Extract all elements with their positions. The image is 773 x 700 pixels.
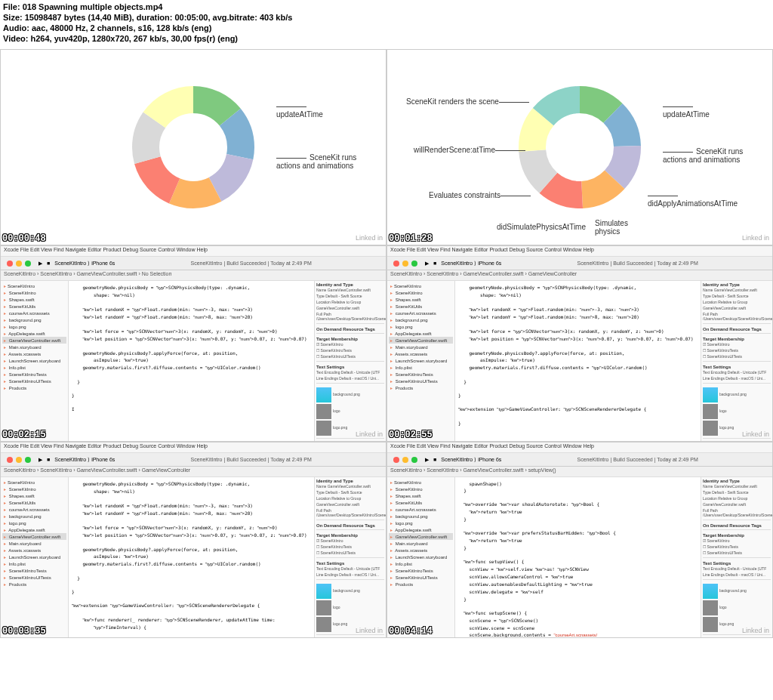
toolbar[interactable]: ▶■ SceneKitIntro ⟩ iPhone 6s SceneKitInt… [387, 257, 772, 270]
nav-item[interactable]: ▸ SceneKitIntroUITests [2, 574, 66, 581]
nav-item[interactable]: ▸ SceneKitIntroTests [2, 371, 66, 378]
close-icon[interactable] [7, 261, 13, 267]
zoom-icon[interactable] [25, 261, 31, 267]
nav-item[interactable]: ▸ Products [2, 581, 66, 587]
nav-item[interactable]: ▸ AppDelegate.swift [2, 526, 66, 533]
menubar[interactable]: Xcode File Edit View Find Navigate Edito… [387, 443, 772, 453]
nav-item[interactable]: ▸ AppDelegate.swift [2, 330, 66, 337]
close-icon[interactable] [393, 261, 399, 267]
thumbnail-bg[interactable] [703, 584, 718, 599]
inspector[interactable]: Identity and Type Name GameViewControlle… [701, 281, 772, 441]
nav-item[interactable]: ▸ SceneKitIntro [2, 486, 66, 492]
nav-item[interactable]: ▸ background.png [2, 316, 66, 323]
nav-item[interactable]: ▸SceneKitIntro [2, 282, 66, 289]
nav-item[interactable]: ▸ courseArt.scnassets [389, 310, 453, 316]
code-editor[interactable]: geometryNode.physicsBody = "typ">SCNPhys… [69, 281, 314, 441]
run-button[interactable]: ▶ [38, 457, 42, 463]
run-button[interactable]: ▶ [425, 261, 429, 267]
code-editor[interactable]: geometryNode.physicsBody = "typ">SCNPhys… [69, 477, 314, 637]
nav-item[interactable]: ▸ GameViewController.swift [2, 533, 66, 540]
scheme-selector[interactable]: SceneKitIntro ⟩ iPhone 6s [441, 457, 501, 463]
toolbar[interactable]: ▶■ SceneKitIntro ⟩ iPhone 6s SceneKitInt… [1, 257, 386, 270]
nav-item[interactable]: ▸ GameViewController.swift [389, 533, 453, 540]
nav-item[interactable]: ▸ SceneKitIntro [389, 289, 453, 296]
scheme-selector[interactable]: SceneKitIntro ⟩ iPhone 6s [54, 457, 115, 463]
nav-item[interactable]: ▸ Info.plist [2, 364, 66, 371]
thumbnail-logo[interactable] [703, 600, 718, 615]
nav-item[interactable]: ▸ LaunchScreen.storyboard [389, 554, 453, 560]
thumbnail-bg[interactable] [703, 387, 718, 402]
thumbnail-logopng[interactable] [703, 421, 718, 436]
menubar[interactable]: Xcode File Edit View Find Navigate Edito… [1, 246, 386, 257]
scheme-selector[interactable]: SceneKitIntro ⟩ iPhone 6s [54, 261, 115, 267]
nav-item[interactable]: ▸ SceneKitUtils [2, 303, 66, 310]
nav-item[interactable]: ▸ background.png [2, 513, 66, 520]
nav-item[interactable]: ▸ SceneKitIntroUITests [389, 378, 453, 384]
stop-button[interactable]: ■ [433, 457, 436, 462]
nav-item[interactable]: ▸ courseArt.scnassets [389, 506, 453, 513]
run-button[interactable]: ▶ [38, 261, 42, 267]
project-navigator[interactable]: ▸SceneKitIntro▸ SceneKitIntro▸ Shapes.sw… [387, 281, 455, 441]
nav-item[interactable]: ▸SceneKitIntro [389, 282, 453, 289]
nav-item[interactable]: ▸ Products [2, 384, 66, 391]
nav-item[interactable]: ▸ Shapes.swift [389, 492, 453, 499]
code-editor[interactable]: spawnShape() } "kw">override "kw">var sh… [455, 477, 701, 637]
run-button[interactable]: ▶ [425, 457, 429, 463]
close-icon[interactable] [393, 457, 399, 463]
nav-item[interactable]: ▸ Info.plist [389, 364, 453, 371]
nav-item[interactable]: ▸ LaunchScreen.storyboard [2, 357, 66, 364]
nav-item[interactable]: ▸ Products [389, 581, 453, 587]
nav-item[interactable]: ▸ SceneKitIntro [2, 289, 66, 296]
thumbnail-bg[interactable] [316, 584, 331, 599]
toolbar[interactable]: ▶■ SceneKitIntro ⟩ iPhone 6s SceneKitInt… [387, 453, 772, 467]
nav-item[interactable]: ▸ LaunchScreen.storyboard [389, 357, 453, 364]
nav-item[interactable]: ▸ SceneKitUtils [389, 499, 453, 506]
nav-item[interactable]: ▸ GameViewController.swift [389, 337, 453, 344]
thumbnail-logo[interactable] [316, 404, 331, 419]
zoom-icon[interactable] [411, 457, 417, 463]
nav-item[interactable]: ▸ Assets.xcassets [2, 547, 66, 554]
nav-item[interactable]: ▸ Shapes.swift [2, 492, 66, 499]
nav-item[interactable]: ▸SceneKitIntro [389, 479, 453, 486]
nav-item[interactable]: ▸ SceneKitUtils [389, 303, 453, 310]
nav-item[interactable]: ▸ Assets.xcassets [389, 547, 453, 554]
nav-item[interactable]: ▸ Assets.xcassets [2, 350, 66, 357]
stop-button[interactable]: ■ [433, 261, 436, 266]
minimize-icon[interactable] [402, 261, 408, 267]
nav-item[interactable]: ▸ Info.plist [2, 560, 66, 567]
thumbnail-logopng[interactable] [703, 617, 718, 632]
nav-item[interactable]: ▸ SceneKitUtils [2, 499, 66, 506]
inspector[interactable]: Identity and Type Name GameViewControlle… [314, 281, 386, 441]
nav-item[interactable]: ▸ LaunchScreen.storyboard [2, 554, 66, 560]
minimize-icon[interactable] [16, 457, 22, 463]
zoom-icon[interactable] [25, 457, 31, 463]
code-editor[interactable]: geometryNode.physicsBody = "typ">SCNPhys… [455, 281, 701, 441]
breadcrumb[interactable]: SceneKitIntro › SceneKitIntro › GameView… [387, 270, 772, 281]
nav-item[interactable]: ▸ SceneKitIntroTests [389, 567, 453, 574]
nav-item[interactable]: ▸ SceneKitIntro [389, 486, 453, 492]
nav-item[interactable]: ▸ Assets.xcassets [389, 350, 453, 357]
nav-item[interactable]: ▸ Shapes.swift [2, 296, 66, 303]
nav-item[interactable]: ▸SceneKitIntro [2, 479, 66, 486]
nav-item[interactable]: ▸ background.png [389, 513, 453, 520]
inspector[interactable]: Identity and Type Name GameViewControlle… [314, 477, 386, 637]
project-navigator[interactable]: ▸SceneKitIntro▸ SceneKitIntro▸ Shapes.sw… [1, 281, 69, 441]
stop-button[interactable]: ■ [47, 261, 50, 266]
nav-item[interactable]: ▸ Main.storyboard [2, 540, 66, 547]
menubar[interactable]: Xcode File Edit View Find Navigate Edito… [387, 246, 772, 257]
project-navigator[interactable]: ▸SceneKitIntro▸ SceneKitIntro▸ Shapes.sw… [387, 477, 455, 637]
thumbnail-bg[interactable] [316, 387, 331, 402]
nav-item[interactable]: ▸ Main.storyboard [2, 344, 66, 350]
menubar[interactable]: Xcode File Edit View Find Navigate Edito… [1, 443, 386, 453]
minimize-icon[interactable] [402, 457, 408, 463]
nav-item[interactable]: ▸ background.png [389, 316, 453, 323]
thumbnail-logopng[interactable] [316, 617, 331, 632]
nav-item[interactable]: ▸ AppDelegate.swift [389, 526, 453, 533]
nav-item[interactable]: ▸ Main.storyboard [389, 344, 453, 350]
toolbar[interactable]: ▶■ SceneKitIntro ⟩ iPhone 6s SceneKitInt… [1, 453, 386, 467]
nav-item[interactable]: ▸ Shapes.swift [389, 296, 453, 303]
nav-item[interactable]: ▸ Products [389, 384, 453, 391]
nav-item[interactable]: ▸ courseArt.scnassets [2, 310, 66, 316]
thumbnail-logo[interactable] [703, 404, 718, 419]
nav-item[interactable]: ▸ courseArt.scnassets [2, 506, 66, 513]
